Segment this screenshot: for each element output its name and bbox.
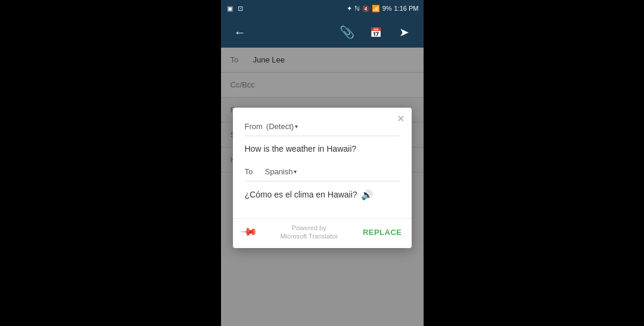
to-label: To — [245, 167, 262, 176]
from-lang-value: (Detect) — [266, 122, 294, 131]
modal-footer: 📌 Powered by Microsoft Translator REPLAC… — [233, 218, 412, 248]
replace-button[interactable]: REPLACE — [363, 228, 402, 237]
bluetooth-icon: ✦ — [347, 5, 352, 12]
close-icon: ✕ — [397, 113, 405, 124]
close-button[interactable]: ✕ — [395, 112, 407, 124]
powered-by-brand: Microsoft Translator — [280, 233, 338, 240]
toolbar-actions: 📎 📅 ➤ — [338, 23, 414, 42]
translate-dialog: ✕ From (Detect) ▾ How is the weather in … — [233, 108, 412, 248]
attach-button[interactable]: 📎 — [338, 23, 357, 42]
translated-content: ¿Cómo es el clima en Hawaii? — [245, 189, 357, 201]
wifi-icon: ℕ — [354, 5, 360, 12]
source-text: How is the weather in Hawaii? — [245, 136, 400, 162]
attach-icon: 📎 — [340, 25, 354, 39]
to-lang-dropdown[interactable]: Spanish ▾ — [265, 167, 297, 176]
from-lang-dropdown[interactable]: (Detect) ▾ — [266, 122, 298, 131]
translated-text: ¿Cómo es el clima en Hawaii? 🔊 — [245, 181, 400, 209]
from-label: From — [245, 122, 263, 131]
to-lang-value: Spanish — [265, 167, 293, 176]
powered-by: Powered by Microsoft Translator — [256, 224, 363, 241]
main-content: To June Lee Cc/Bcc F S H ✕ — [221, 48, 424, 326]
modal-overlay: ✕ From (Detect) ▾ How is the weather in … — [221, 48, 424, 326]
modal-body: From (Detect) ▾ How is the weather in Ha… — [233, 108, 412, 218]
back-icon: ← — [234, 26, 246, 39]
battery-level: 9% — [382, 5, 392, 12]
calendar-button[interactable]: 📅 — [366, 23, 385, 42]
mute-icon: 🔇 — [362, 5, 369, 12]
status-right: ✦ ℕ 🔇 📶 9% 1:16 PM — [347, 5, 419, 12]
to-dropdown-arrow: ▾ — [294, 168, 297, 175]
powered-by-label: Powered by — [292, 224, 326, 231]
to-lang-row: To Spanish ▾ — [245, 162, 400, 181]
from-dropdown-arrow: ▾ — [295, 123, 298, 130]
icon-square: ▣ — [226, 4, 234, 12]
from-lang-row: From (Detect) ▾ — [245, 117, 400, 136]
status-left-icons: ▣ ⊡ — [226, 4, 245, 12]
signal-bars: 📶 — [372, 5, 380, 12]
send-icon: ➤ — [399, 25, 409, 39]
send-button[interactable]: ➤ — [395, 23, 414, 42]
back-button[interactable]: ← — [231, 23, 250, 42]
toolbar: ← 📎 📅 ➤ — [221, 17, 424, 48]
status-bar: ▣ ⊡ ✦ ℕ 🔇 📶 9% 1:16 PM — [221, 0, 424, 17]
clock: 1:16 PM — [394, 5, 419, 12]
calendar-icon: 📅 — [370, 27, 382, 38]
speaker-icon[interactable]: 🔊 — [361, 189, 373, 202]
powered-by-text: Powered by Microsoft Translator — [256, 224, 363, 241]
icon-signal-sq: ⊡ — [237, 4, 245, 12]
